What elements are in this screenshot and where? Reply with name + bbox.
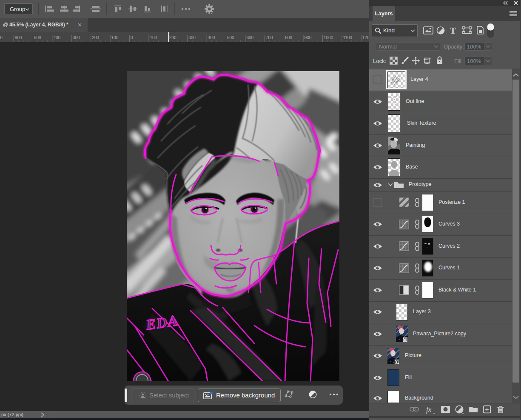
svg-text:700: 700 [0,35,3,40]
svg-text:100: 100 [150,35,157,40]
svg-text:1200: 1200 [362,35,369,40]
svg-text:T: T [450,26,456,36]
svg-text:800: 800 [285,35,292,40]
svg-text:500: 500 [227,35,234,40]
svg-text:300: 300 [73,35,80,40]
svg-text:500: 500 [34,35,41,40]
svg-text:400: 400 [208,35,215,40]
svg-text:100: 100 [111,35,119,40]
svg-text:300: 300 [188,35,196,40]
svg-text:0: 0 [131,35,133,40]
svg-text:1000: 1000 [324,35,333,40]
svg-text:fx: fx [426,406,432,414]
svg-text:600: 600 [15,35,22,40]
svg-text:600: 600 [246,35,253,40]
svg-text:900: 900 [305,35,312,40]
svg-text:1100: 1100 [343,35,352,40]
svg-text:200: 200 [92,35,99,40]
svg-text:700: 700 [266,35,273,40]
svg-text:200: 200 [169,35,177,40]
svg-text:400: 400 [53,35,60,40]
